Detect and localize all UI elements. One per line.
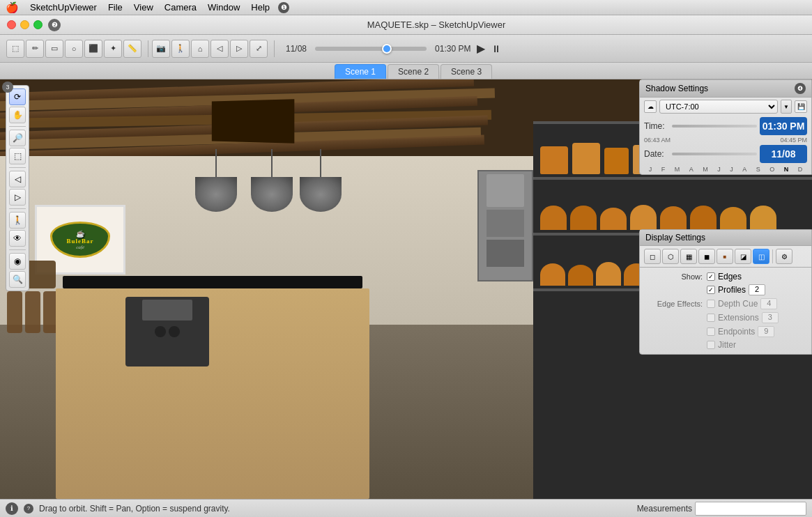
toolbar-sep bbox=[9, 126, 26, 127]
menu-sketchupviewer[interactable]: SketchUpViewer bbox=[24, 2, 102, 13]
texture-button[interactable]: ■ bbox=[717, 249, 733, 264]
save-shadow-button[interactable]: 💾 bbox=[795, 100, 807, 113]
time-slider[interactable] bbox=[672, 125, 757, 128]
walk-button[interactable]: 🚶 bbox=[9, 212, 26, 229]
timeline-area: 11/08 01:30 PM ▶ ⏸ bbox=[283, 41, 806, 56]
menubar: 🍎 SketchUpViewer File View Camera Window… bbox=[0, 0, 812, 15]
edges-checkbox[interactable] bbox=[707, 272, 715, 281]
tab-scene3[interactable]: Scene 3 bbox=[441, 64, 492, 79]
tab-scene1[interactable]: Scene 1 bbox=[335, 64, 386, 79]
look-around-button[interactable]: 👁 bbox=[9, 230, 26, 247]
time-value[interactable]: 01:30 PM bbox=[760, 117, 807, 135]
jitter-row: Jitter bbox=[644, 339, 807, 351]
month-m2[interactable]: M bbox=[702, 165, 709, 173]
menu-file[interactable]: File bbox=[102, 2, 128, 13]
month-s[interactable]: S bbox=[756, 165, 761, 173]
shadow-icon: ☁ bbox=[644, 100, 657, 113]
profiles-value-wrap: Profiles 2 bbox=[707, 284, 765, 295]
walk-tool[interactable]: 🚶 bbox=[171, 40, 190, 58]
timeline-thumb[interactable] bbox=[382, 44, 392, 54]
pendant-light-1 bbox=[195, 149, 237, 205]
line-tool[interactable]: ✏ bbox=[26, 40, 44, 58]
display-sep bbox=[772, 249, 773, 263]
settings-button[interactable]: ⚙ bbox=[776, 249, 792, 264]
extensions-checkbox[interactable] bbox=[707, 314, 715, 322]
rectangle-tool[interactable]: ▭ bbox=[45, 40, 63, 58]
help-badge: ❶ bbox=[278, 2, 289, 13]
minimize-button[interactable] bbox=[20, 20, 29, 29]
timezone-arrow[interactable]: ▼ bbox=[781, 100, 792, 114]
month-f[interactable]: F bbox=[661, 165, 666, 173]
wireframe-button[interactable]: ⬡ bbox=[662, 249, 679, 264]
menu-view[interactable]: View bbox=[128, 2, 159, 13]
month-o[interactable]: O bbox=[769, 165, 775, 173]
tape-tool[interactable]: 📏 bbox=[123, 40, 141, 58]
month-n[interactable]: N bbox=[783, 165, 790, 173]
display-panel-title: Display Settings bbox=[640, 230, 811, 246]
date-value[interactable]: 11/08 bbox=[760, 145, 807, 163]
camera-tool[interactable]: 📷 bbox=[152, 40, 170, 58]
profiles-number[interactable]: 2 bbox=[749, 284, 765, 295]
menu-window[interactable]: Window bbox=[202, 2, 245, 13]
search-light-button[interactable]: 🔍 bbox=[9, 271, 26, 288]
menu-help[interactable]: Help bbox=[245, 2, 275, 13]
depth-cue-row: Edge Effects: Depth Cue 4 bbox=[644, 297, 807, 311]
move-tool[interactable]: ✦ bbox=[104, 40, 122, 58]
month-a2[interactable]: A bbox=[742, 165, 747, 173]
monochrome-button[interactable]: ◪ bbox=[735, 249, 751, 264]
zoom-button[interactable]: 🔎 bbox=[9, 130, 26, 146]
endpoints-checkbox[interactable] bbox=[707, 327, 715, 336]
help-status-button[interactable]: ? bbox=[24, 504, 33, 514]
date-slider[interactable] bbox=[672, 153, 757, 155]
apple-menu[interactable]: 🍎 bbox=[6, 1, 19, 14]
extensions-row: Extensions 3 bbox=[644, 311, 807, 325]
tab-scene2[interactable]: Scene 2 bbox=[388, 64, 439, 79]
next-view-button[interactable]: ▷ bbox=[9, 189, 26, 206]
toolbar-sep3 bbox=[9, 208, 26, 209]
pan-button[interactable]: ✋ bbox=[9, 107, 26, 123]
info-button[interactable]: ℹ bbox=[6, 502, 18, 515]
month-a1[interactable]: A bbox=[689, 165, 694, 173]
pause-button[interactable]: ⏸ bbox=[489, 41, 504, 56]
main-counter bbox=[56, 276, 369, 499]
endpoints-value-wrap: Endpoints 9 bbox=[707, 326, 774, 337]
measurements-input[interactable] bbox=[695, 502, 806, 516]
home-tool[interactable]: ⌂ bbox=[191, 40, 209, 58]
viewport[interactable]: ☕ BuleBar café bbox=[0, 79, 812, 499]
depth-cue-number[interactable]: 4 bbox=[760, 298, 777, 309]
profiles-checkbox[interactable] bbox=[707, 286, 715, 294]
draw-tools: ⬚ ✏ ▭ ○ ⬛ ✦ 📏 bbox=[6, 40, 142, 58]
menu-camera[interactable]: Camera bbox=[159, 2, 202, 13]
eye-button[interactable]: ◉ bbox=[9, 253, 26, 270]
edges-label: Edges bbox=[718, 272, 742, 281]
month-d[interactable]: D bbox=[797, 165, 804, 173]
jitter-checkbox[interactable] bbox=[707, 341, 715, 349]
push-tool[interactable]: ⬛ bbox=[84, 40, 102, 58]
zoom-window-button[interactable]: ⬚ bbox=[9, 148, 26, 164]
shadow-panel-title: Shadow Settings ❹ bbox=[640, 80, 811, 98]
month-j3[interactable]: J bbox=[729, 165, 734, 173]
month-j[interactable]: J bbox=[648, 165, 653, 173]
depth-cue-checkbox[interactable] bbox=[707, 300, 715, 308]
timezone-select[interactable]: UTC-7:00 bbox=[659, 100, 778, 114]
month-j2[interactable]: J bbox=[717, 165, 721, 173]
previous-view-button[interactable]: ◁ bbox=[9, 171, 26, 187]
hidden-line-button[interactable]: ▦ bbox=[680, 249, 697, 264]
select-tool[interactable]: ⬚ bbox=[6, 40, 24, 58]
profiles-style-button[interactable]: ◻ bbox=[644, 249, 661, 264]
timeline-time-label: 01:30 PM bbox=[435, 44, 470, 54]
close-button[interactable] bbox=[7, 20, 16, 29]
maximize-button[interactable] bbox=[33, 20, 43, 29]
xray-button[interactable]: ◫ bbox=[753, 249, 769, 264]
month-m1[interactable]: M bbox=[674, 165, 681, 173]
next-tool[interactable]: ▷ bbox=[230, 40, 248, 58]
endpoints-label: Endpoints bbox=[718, 327, 755, 337]
play-button[interactable]: ▶ bbox=[473, 41, 489, 56]
circle-tool[interactable]: ○ bbox=[65, 40, 83, 58]
endpoints-number[interactable]: 9 bbox=[758, 326, 774, 337]
extents-tool[interactable]: ⤢ bbox=[250, 40, 268, 58]
previous-tool[interactable]: ◁ bbox=[210, 40, 229, 58]
timeline-track[interactable] bbox=[315, 47, 427, 51]
extensions-number[interactable]: 3 bbox=[762, 312, 779, 323]
shaded-button[interactable]: ◼ bbox=[698, 249, 715, 264]
